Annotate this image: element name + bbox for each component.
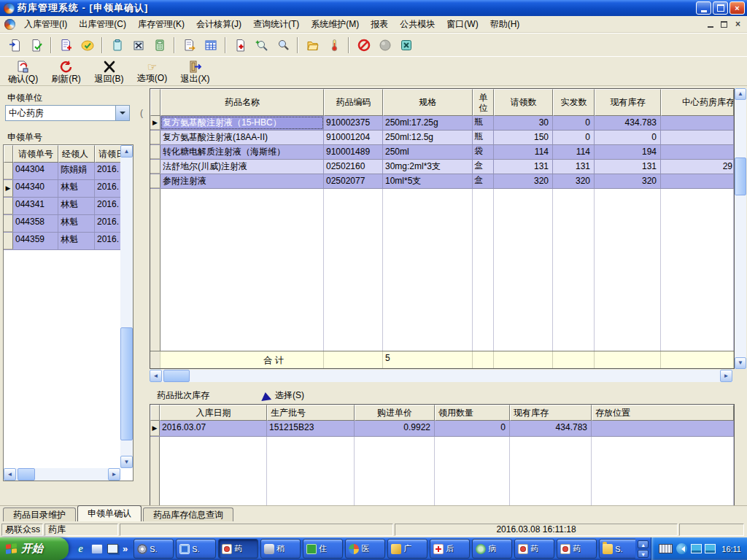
- close-box-button[interactable]: [395, 35, 417, 55]
- minimize-button[interactable]: [696, 1, 711, 15]
- scroll-left-button[interactable]: ◄: [150, 370, 162, 382]
- open-folder-button[interactable]: [302, 35, 323, 55]
- medical-doc-button[interactable]: [230, 35, 251, 55]
- verify-doc-button[interactable]: [26, 35, 47, 55]
- taskbar-scroll-buttons[interactable]: ▲ ▼: [638, 540, 649, 559]
- task-button-active[interactable]: 药: [218, 539, 258, 559]
- task-button[interactable]: 药: [557, 539, 597, 559]
- calculator-button[interactable]: [149, 35, 170, 55]
- clipboard-button[interactable]: [107, 35, 128, 55]
- combo-dropdown-button[interactable]: [115, 106, 129, 120]
- close-button[interactable]: ×: [729, 1, 745, 15]
- order-row[interactable]: 044359 林魁 2016.: [4, 233, 133, 250]
- drug-row[interactable]: 参附注射液 02502077 10ml*5支 盒 320 320 320: [150, 174, 734, 189]
- task-button[interactable]: 后: [430, 539, 470, 559]
- batch-row-current[interactable]: ▶ 2016.03.07 151215B23 0.9922 0 434.783: [150, 421, 734, 437]
- quick-launch-overflow-chevron[interactable]: »: [123, 543, 128, 554]
- scroll-left-button[interactable]: ◄: [4, 468, 16, 481]
- task-button[interactable]: 药: [514, 539, 554, 559]
- scroll-right-button[interactable]: ►: [720, 370, 732, 382]
- scroll-down-button[interactable]: ▼: [120, 456, 133, 468]
- thermometer-button[interactable]: [323, 35, 344, 55]
- cancel-grid-button[interactable]: [128, 35, 149, 55]
- selected-cell[interactable]: 复方氨基酸注射液（15-HBC）: [160, 116, 324, 130]
- tab-request-confirm[interactable]: 申领单确认: [77, 505, 142, 521]
- keyboard-tray-icon[interactable]: [659, 544, 673, 553]
- order-list-vscrollbar[interactable]: ▲ ▼: [120, 145, 133, 468]
- exit-button[interactable]: 退出(X): [174, 58, 217, 86]
- network-tray-icon[interactable]: [705, 544, 716, 553]
- menu-window[interactable]: 窗口(W): [441, 17, 484, 32]
- export-doc-button[interactable]: [179, 35, 200, 55]
- menu-help[interactable]: 帮助(H): [484, 17, 526, 32]
- mdi-minimize-button[interactable]: [704, 19, 716, 30]
- task-button[interactable]: 住: [303, 539, 343, 559]
- ie-icon[interactable]: e: [74, 542, 87, 555]
- task-button[interactable]: 病: [472, 539, 512, 559]
- table-button[interactable]: [200, 35, 221, 55]
- taskbar-scroll-down[interactable]: ▼: [638, 550, 649, 558]
- request-unit-select[interactable]: 中心药房: [5, 105, 130, 121]
- vscroll-thumb[interactable]: [120, 327, 133, 440]
- start-button[interactable]: 开始: [0, 537, 69, 560]
- drug-row[interactable]: 法舒地尔(川威)注射液 02502160 30mg:2ml*3支 盒 131 1…: [150, 160, 734, 174]
- network-tray-icon[interactable]: [691, 544, 702, 553]
- language-tray-icon[interactable]: [676, 543, 687, 554]
- menu-accounting[interactable]: 会计核算(J): [190, 17, 247, 32]
- import-doc-button[interactable]: [4, 35, 26, 55]
- vscroll-thumb[interactable]: [735, 158, 746, 195]
- scroll-down-button[interactable]: ▼: [735, 357, 746, 369]
- scroll-up-button[interactable]: ▲: [120, 145, 133, 158]
- menu-query-stats[interactable]: 查询统计(T): [247, 17, 305, 32]
- task-button[interactable]: 广: [387, 539, 427, 559]
- hscroll-thumb[interactable]: [18, 468, 35, 481]
- mdi-restore-button[interactable]: [718, 19, 730, 30]
- order-row[interactable]: 044358 林魁 2016.: [4, 215, 133, 233]
- col-requested-qty: 请领数: [494, 89, 553, 116]
- order-row[interactable]: 044304 陈娟娟 2016.: [4, 163, 133, 180]
- search-new-button[interactable]: [251, 35, 272, 55]
- magnifier-button[interactable]: [272, 35, 293, 55]
- approve-check-icon: [81, 39, 94, 52]
- menu-inventory[interactable]: 库存管理(K): [132, 17, 190, 32]
- task-button[interactable]: S.: [176, 539, 216, 559]
- order-list-hscrollbar[interactable]: ◄ ►: [4, 468, 120, 481]
- confirm-button[interactable]: 确认(Q): [1, 58, 44, 86]
- mail-icon[interactable]: [90, 542, 103, 555]
- drug-row[interactable]: 复方氨基酸注射液(18AA-II) 910001204 250ml:12.5g …: [150, 131, 734, 145]
- menu-reports[interactable]: 报表: [365, 17, 394, 32]
- task-button[interactable]: 稍: [260, 539, 301, 559]
- tab-stock-query[interactable]: 药品库存信息查询: [143, 508, 233, 521]
- return-button[interactable]: 退回(B): [88, 58, 131, 86]
- task-button[interactable]: 医: [345, 539, 385, 559]
- taskbar-scroll-up[interactable]: ▲: [638, 540, 649, 548]
- order-row[interactable]: 044341 林魁 2016.: [4, 198, 133, 215]
- forbid-button[interactable]: [353, 35, 374, 55]
- batch-table-header: 入库日期 生产批号 购进单价 领用数量 现有库存 存放位置: [150, 405, 734, 421]
- drug-table-vscrollbar[interactable]: ▲ ▼: [735, 88, 746, 369]
- task-button[interactable]: S.: [133, 539, 174, 559]
- options-button[interactable]: ☞ 选项(O): [131, 58, 174, 86]
- add-doc-button[interactable]: [55, 35, 77, 55]
- scroll-up-button[interactable]: ▲: [735, 88, 746, 100]
- task-button[interactable]: S.: [599, 539, 635, 559]
- hscroll-thumb[interactable]: [163, 370, 190, 382]
- menu-system-maint[interactable]: 系统维护(M): [305, 17, 365, 32]
- menu-outbound[interactable]: 出库管理(C): [73, 17, 132, 32]
- mdi-child-icon: [4, 19, 15, 30]
- restore-button[interactable]: [713, 1, 728, 15]
- refresh-button[interactable]: 刷新(R): [44, 58, 88, 86]
- mdi-close-button[interactable]: ×: [732, 19, 744, 30]
- menu-inbound[interactable]: 入库管理(I): [18, 17, 73, 32]
- drug-row-current[interactable]: ▶ 复方氨基酸注射液（15-HBC） 910002375 250ml:17.25…: [150, 116, 734, 131]
- show-desktop-icon[interactable]: [107, 542, 119, 555]
- menu-common-modules[interactable]: 公共模块: [394, 17, 441, 32]
- disabled-circle-button[interactable]: [374, 35, 395, 55]
- tab-drug-catalog[interactable]: 药品目录维护: [3, 508, 76, 521]
- drug-row[interactable]: 转化糖电解质注射液（海斯维） 910001489 250ml 袋 114 114…: [150, 145, 734, 160]
- select-batch-button[interactable]: 选择(S): [260, 389, 304, 402]
- drug-table-hscrollbar[interactable]: ◄ ►: [150, 370, 732, 382]
- order-row-current[interactable]: ▶ 044340 林魁 2016.: [4, 180, 133, 198]
- scroll-right-button[interactable]: ►: [108, 468, 120, 481]
- approve-check-button[interactable]: [77, 35, 98, 55]
